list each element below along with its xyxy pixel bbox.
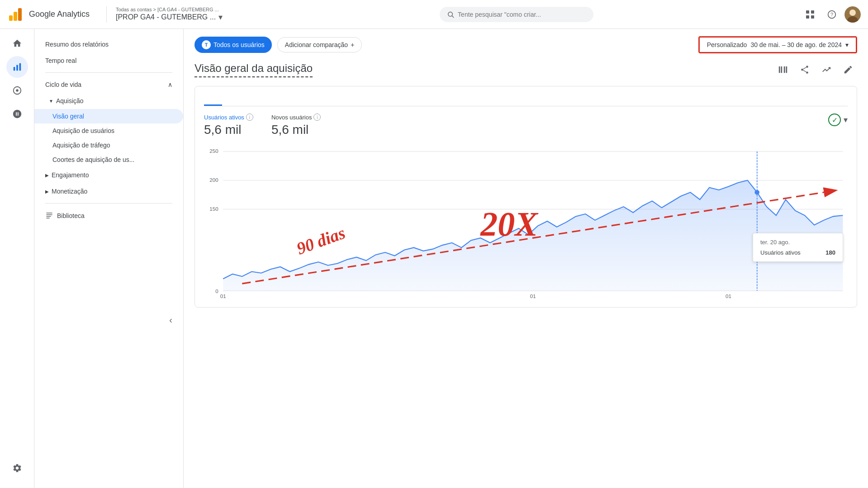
nav-sub-item-aquisicao-trafego-label: Aquisição de tráfego bbox=[52, 142, 110, 149]
svg-rect-0 bbox=[9, 15, 13, 21]
app-name: Google Analytics bbox=[29, 9, 90, 19]
nav-sub-item-coortes[interactable]: Coortes de aquisição de us... bbox=[34, 152, 183, 167]
explore-icon bbox=[12, 85, 22, 95]
content-area: T Todos os usuários Adicionar comparação… bbox=[184, 29, 868, 488]
svg-text:01: 01 bbox=[530, 293, 536, 298]
svg-rect-6 bbox=[811, 10, 814, 14]
svg-text:01: 01 bbox=[220, 293, 226, 298]
nav-section-ciclo-vida[interactable]: Ciclo de vida ∧ bbox=[34, 76, 183, 93]
chart-card: Usuários ativos i 5,6 mil Novos usuários… bbox=[194, 86, 857, 308]
date-range-button[interactable]: Personalizado 30 de mai. – 30 de ago. de… bbox=[698, 36, 857, 53]
compare-plus-icon: + bbox=[351, 41, 354, 48]
reports-icon bbox=[12, 62, 22, 72]
svg-rect-21 bbox=[781, 66, 782, 73]
tooltip-date: ter. 20 ago. bbox=[760, 239, 835, 246]
nav-engajamento-bullet: ▶ bbox=[45, 173, 49, 178]
svg-rect-11 bbox=[13, 67, 15, 71]
edit-button[interactable] bbox=[839, 61, 857, 79]
nav-item-biblioteca-label: Biblioteca bbox=[57, 212, 85, 219]
svg-rect-17 bbox=[46, 214, 52, 215]
avatar[interactable] bbox=[844, 6, 861, 23]
search-icon bbox=[447, 10, 455, 19]
grid-button[interactable] bbox=[801, 5, 819, 24]
svg-point-26 bbox=[806, 71, 808, 74]
segment-label: Todos os usuários bbox=[213, 41, 265, 48]
date-range-value: 30 de mai. – 30 de ago. de 2024 bbox=[750, 41, 842, 48]
filter-bar: T Todos os usuários Adicionar comparação… bbox=[194, 36, 857, 53]
compare-button[interactable]: Adicionar comparação + bbox=[277, 37, 362, 52]
segment-icon: T bbox=[202, 40, 211, 49]
nav-section-aquisicao-label: Aquisição bbox=[56, 97, 84, 104]
chart-container: 250 200 150 0 bbox=[204, 144, 848, 298]
nav-sub-item-visao-geral-label: Visão geral bbox=[52, 113, 84, 120]
nav-aquisicao-bullet: ▼ bbox=[49, 99, 53, 104]
sidebar-item-settings[interactable] bbox=[6, 457, 28, 479]
share-icon bbox=[800, 65, 810, 75]
segment-button[interactable]: T Todos os usuários bbox=[194, 37, 272, 53]
nav-item-tempo-real[interactable]: Tempo real bbox=[34, 52, 183, 69]
nav-section-aquisicao[interactable]: ▼ Aquisição bbox=[34, 93, 183, 109]
nav-item-tempo-real-label: Tempo real bbox=[45, 57, 76, 64]
help-button[interactable]: ? bbox=[823, 5, 841, 24]
chart-tooltip: ter. 20 ago. Usuários ativos 180 bbox=[753, 233, 843, 262]
active-users-info-icon[interactable]: i bbox=[246, 114, 253, 121]
search-input[interactable] bbox=[458, 11, 586, 18]
nav-sub-item-visao-geral[interactable]: Visão geral bbox=[34, 109, 183, 123]
svg-rect-22 bbox=[784, 66, 785, 73]
nav-section-ciclo-vida-chevron: ∧ bbox=[168, 81, 172, 88]
tab-active[interactable] bbox=[204, 95, 222, 106]
svg-rect-1 bbox=[14, 12, 17, 21]
svg-rect-19 bbox=[46, 218, 50, 219]
home-icon bbox=[12, 38, 22, 48]
svg-point-25 bbox=[801, 69, 803, 71]
svg-point-3 bbox=[448, 12, 452, 16]
ga-logo-icon bbox=[7, 6, 24, 23]
trend-icon bbox=[821, 65, 831, 75]
trend-button[interactable] bbox=[817, 61, 835, 79]
search-box[interactable] bbox=[440, 7, 593, 22]
sidebar-item-home[interactable] bbox=[6, 33, 28, 54]
tooltip-metric-label: Usuários ativos bbox=[760, 249, 801, 256]
svg-point-38 bbox=[754, 190, 759, 195]
svg-rect-23 bbox=[786, 66, 787, 73]
nav-divider-2 bbox=[45, 203, 172, 204]
nav-section-ciclo-vida-label: Ciclo de vida bbox=[45, 81, 81, 88]
nav-section-engajamento[interactable]: ▶ Engajamento bbox=[34, 167, 183, 183]
metric-dropdown-button[interactable]: ▾ bbox=[844, 115, 848, 125]
sidebar-bottom bbox=[6, 457, 28, 488]
sidebar-item-radar[interactable] bbox=[6, 103, 28, 125]
svg-rect-7 bbox=[806, 15, 809, 19]
topbar: Google Analytics Todas as contas > [CA G… bbox=[0, 0, 868, 29]
nav-divider-1 bbox=[45, 72, 172, 73]
svg-point-24 bbox=[806, 66, 808, 68]
svg-text:150: 150 bbox=[209, 206, 218, 212]
svg-rect-16 bbox=[46, 213, 52, 213]
svg-text:250: 250 bbox=[209, 148, 218, 154]
nav-sub-item-aquisicao-trafego[interactable]: Aquisição de tráfego bbox=[34, 138, 183, 152]
new-users-info-icon[interactable]: i bbox=[313, 114, 321, 121]
sidebar-item-explore[interactable] bbox=[6, 80, 28, 101]
share-button[interactable] bbox=[796, 61, 814, 79]
search-area bbox=[232, 7, 801, 22]
svg-rect-18 bbox=[46, 216, 51, 217]
svg-line-28 bbox=[803, 70, 806, 72]
property-selector[interactable]: [PROP GA4 - GUTEMBERG ... ▾ bbox=[116, 12, 223, 22]
svg-text:01: 01 bbox=[726, 293, 731, 298]
compare-view-icon bbox=[778, 65, 788, 75]
svg-line-4 bbox=[452, 16, 454, 18]
svg-point-15 bbox=[16, 89, 19, 92]
nav-section-monetizacao-label: Monetização bbox=[52, 188, 87, 195]
top-actions: ? bbox=[801, 5, 861, 24]
nav-item-biblioteca[interactable]: Biblioteca bbox=[34, 207, 183, 224]
nav-section-engajamento-label: Engajamento bbox=[52, 171, 89, 179]
svg-line-27 bbox=[803, 67, 806, 69]
date-range-chevron-icon: ▾ bbox=[845, 41, 849, 48]
collapse-sidebar-button[interactable]: ‹ bbox=[169, 315, 172, 325]
property-chevron-icon: ▾ bbox=[218, 12, 223, 22]
compare-view-button[interactable] bbox=[774, 61, 792, 79]
nav-item-resumo[interactable]: Resumo dos relatórios bbox=[34, 36, 183, 52]
nav-section-monetizacao[interactable]: ▶ Monetização bbox=[34, 183, 183, 199]
nav-sub-item-aquisicao-usuarios[interactable]: Aquisição de usuários bbox=[34, 123, 183, 138]
nav-collapse-area: ‹ bbox=[34, 224, 183, 329]
sidebar-item-reports[interactable] bbox=[6, 56, 28, 78]
